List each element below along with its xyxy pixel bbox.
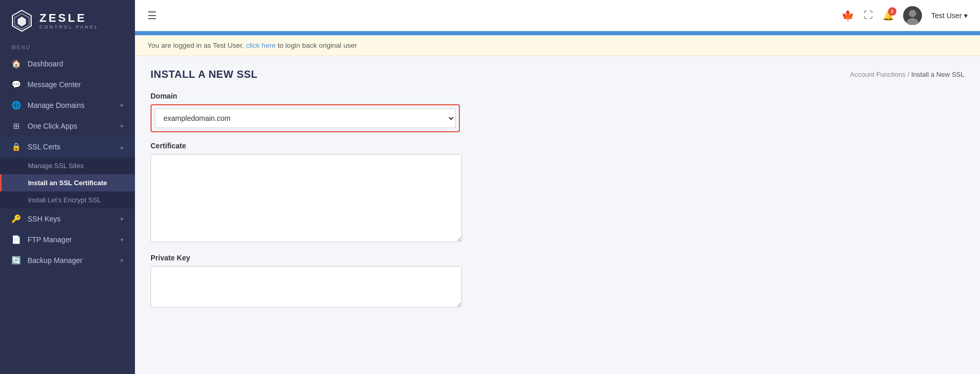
- notification-badge: 2: [888, 7, 896, 16]
- lets-encrypt-label: Install Let's Encrypt SSL: [28, 196, 101, 204]
- sidebar-item-manage-domains[interactable]: 🌐 Manage Domains ▾: [0, 95, 135, 116]
- key-icon: 🔑: [11, 214, 21, 224]
- domain-label: Domain: [151, 92, 483, 100]
- main-area: ☰ 🍁 ⛶ 🔔 2 Test User ▾: [135, 0, 980, 374]
- ssl-submenu: Manage SSL Sites Install an SSL Certific…: [0, 157, 135, 209]
- manage-ssl-label: Manage SSL Sites: [28, 162, 84, 170]
- sidebar-item-label: Dashboard: [28, 60, 124, 68]
- chevron-down-icon: ▾: [120, 123, 124, 130]
- chevron-down-icon: ▾: [120, 257, 124, 264]
- user-chevron-icon: ▾: [964, 11, 968, 20]
- sidebar-item-message-center[interactable]: 💬 Message Center: [0, 74, 135, 95]
- sidebar: ZESLE CONTROL PANEL MENU 🏠 Dashboard 💬 M…: [0, 0, 135, 374]
- logo-subtitle: CONTROL PANEL: [39, 25, 99, 30]
- backup-icon: 🔄: [11, 256, 21, 265]
- menu-label: MENU: [0, 39, 135, 53]
- user-name[interactable]: Test User ▾: [931, 11, 968, 20]
- login-notice-link[interactable]: click here: [246, 41, 276, 49]
- breadcrumb-parent: Account Functions: [850, 71, 906, 78]
- domain-box: exampledomain.com: [151, 104, 460, 132]
- install-ssl-label: Install an SSL Certificate: [28, 179, 107, 187]
- sidebar-item-label: Manage Domains: [28, 101, 114, 109]
- fullscreen-icon[interactable]: ⛶: [864, 10, 873, 21]
- sidebar-item-backup-manager[interactable]: 🔄 Backup Manager ▾: [0, 250, 135, 271]
- chevron-down-icon: ▾: [120, 216, 124, 223]
- blue-topbar: [135, 31, 980, 35]
- globe-icon: 🌐: [11, 101, 21, 110]
- sidebar-item-install-lets-encrypt[interactable]: Install Let's Encrypt SSL: [0, 191, 135, 209]
- breadcrumb: Account Functions / Install a New SSL: [850, 71, 964, 78]
- logo-name: ZESLE: [39, 12, 99, 24]
- notification-bell[interactable]: 🔔 2: [882, 10, 894, 21]
- sidebar-item-ftp-manager[interactable]: 📄 FTP Manager ▾: [0, 229, 135, 250]
- private-key-textarea[interactable]: [151, 266, 462, 308]
- user-name-text: Test User: [931, 11, 962, 20]
- avatar-image: [903, 6, 922, 25]
- sidebar-item-label: Message Center: [28, 80, 124, 89]
- content-scroll: You are logged in as Test User, click he…: [135, 31, 980, 374]
- sidebar-item-ssh-keys[interactable]: 🔑 SSH Keys ▾: [0, 209, 135, 229]
- page-title: INSTALL A NEW SSL: [151, 68, 257, 80]
- topbar: ☰ 🍁 ⛶ 🔔 2 Test User ▾: [135, 0, 980, 31]
- topbar-right: 🍁 ⛶ 🔔 2 Test User ▾: [841, 6, 968, 25]
- chevron-down-icon: ▾: [120, 102, 124, 109]
- page-content: INSTALL A NEW SSL Account Functions / In…: [135, 56, 980, 374]
- logo-text: ZESLE CONTROL PANEL: [39, 12, 99, 30]
- form-section: Domain exampledomain.com Certificate Pri…: [151, 92, 483, 310]
- sidebar-item-label: FTP Manager: [28, 236, 114, 244]
- sidebar-logo: ZESLE CONTROL PANEL: [0, 0, 135, 39]
- sidebar-item-label: One Click Apps: [28, 122, 114, 130]
- home-icon: 🏠: [11, 59, 21, 68]
- login-notice: You are logged in as Test User, click he…: [135, 35, 980, 56]
- file-icon: 📄: [11, 235, 21, 244]
- chevron-down-icon: ▾: [120, 237, 124, 243]
- apps-icon: ⊞: [11, 121, 21, 131]
- lock-icon: 🔒: [11, 142, 21, 151]
- maple-leaf-icon[interactable]: 🍁: [841, 9, 854, 22]
- domain-select[interactable]: exampledomain.com: [155, 108, 456, 128]
- login-notice-text-before: You are logged in as Test User,: [147, 41, 244, 49]
- message-icon: 💬: [11, 80, 21, 89]
- certificate-textarea[interactable]: [151, 154, 462, 242]
- hamburger-menu[interactable]: ☰: [147, 9, 157, 22]
- avatar[interactable]: [903, 6, 922, 25]
- chevron-up-icon: ▴: [120, 144, 124, 150]
- sidebar-item-manage-ssl-sites[interactable]: Manage SSL Sites: [0, 157, 135, 174]
- sidebar-item-one-click-apps[interactable]: ⊞ One Click Apps ▾: [0, 116, 135, 136]
- login-notice-text-after2: to login back original user: [278, 41, 357, 49]
- sidebar-item-dashboard[interactable]: 🏠 Dashboard: [0, 53, 135, 74]
- breadcrumb-row: INSTALL A NEW SSL Account Functions / In…: [151, 68, 964, 80]
- svg-marker-2: [18, 17, 26, 26]
- sidebar-item-label: Backup Manager: [28, 256, 114, 265]
- sidebar-item-label: SSH Keys: [28, 215, 114, 223]
- sidebar-item-label: SSL Certs: [28, 143, 114, 151]
- certificate-label: Certificate: [151, 142, 483, 150]
- logo-icon: [10, 9, 33, 32]
- private-key-label: Private Key: [151, 254, 483, 262]
- sidebar-item-ssl-certs[interactable]: 🔒 SSL Certs ▴: [0, 136, 135, 157]
- topbar-left: ☰: [147, 9, 157, 22]
- breadcrumb-current: Install a New SSL: [911, 71, 964, 78]
- sidebar-item-install-ssl-certificate[interactable]: Install an SSL Certificate: [0, 174, 135, 191]
- svg-point-4: [909, 10, 916, 17]
